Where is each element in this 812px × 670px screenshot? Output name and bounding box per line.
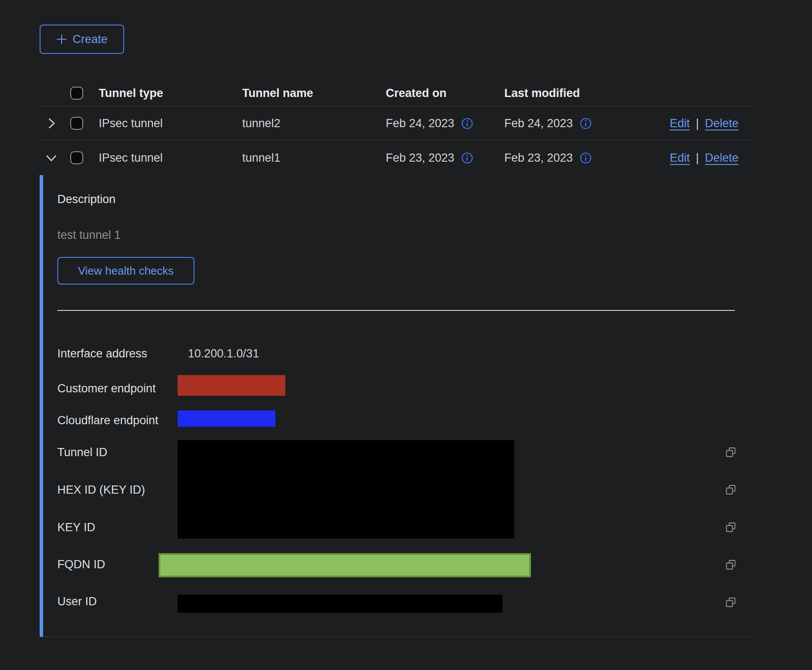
info-icon[interactable] — [461, 152, 473, 164]
modified-date: Feb 23, 2023 — [504, 151, 573, 165]
copy-icon — [725, 596, 737, 608]
edit-link[interactable]: Edit — [670, 117, 690, 130]
tunnel-name-cell: tunnel1 — [242, 151, 281, 165]
copy-tunnel-id-button[interactable] — [725, 446, 737, 458]
hex-id-label: HEX ID (KEY ID) — [57, 482, 145, 497]
plus-icon — [56, 34, 67, 45]
row-checkbox[interactable] — [70, 151, 83, 164]
info-icon[interactable] — [461, 117, 473, 129]
tunnel-hex-key-id-redacted-values — [178, 440, 514, 539]
created-on-cell: Feb 23, 2023 — [386, 151, 473, 165]
created-date: Feb 23, 2023 — [386, 151, 454, 165]
select-all-checkbox[interactable] — [70, 87, 83, 100]
tunnel-name-cell: tunnel2 — [242, 117, 281, 130]
copy-key-id-button[interactable] — [725, 521, 737, 533]
tunnel-id-label: Tunnel ID — [57, 445, 107, 460]
expanded-row-accent-bar — [40, 175, 43, 637]
copy-icon — [725, 559, 737, 571]
table-header: Tunnel type Tunnel name Created on Last … — [40, 80, 753, 106]
copy-icon — [725, 484, 737, 496]
cloudflare-endpoint-redacted-value — [178, 410, 275, 427]
tunnel-type-cell: IPsec tunnel — [99, 151, 163, 165]
copy-user-id-button[interactable] — [725, 596, 737, 608]
description-value: test tunnel 1 — [57, 228, 121, 242]
copy-icon — [725, 521, 737, 533]
header-tunnel-type: Tunnel type — [99, 87, 163, 100]
create-button[interactable]: Create — [40, 25, 124, 54]
actions-separator: | — [696, 151, 699, 165]
tunnel-type-cell: IPsec tunnel — [99, 117, 163, 130]
last-modified-cell: Feb 24, 2023 — [504, 117, 592, 130]
detail-section-divider — [57, 310, 735, 311]
info-icon[interactable] — [580, 117, 592, 129]
expand-chevron-right-icon[interactable] — [44, 116, 59, 131]
copy-hex-id-button[interactable] — [725, 484, 737, 496]
view-health-checks-button[interactable]: View health checks — [57, 257, 194, 285]
user-id-redacted-value — [178, 595, 503, 613]
copy-fqdn-id-button[interactable] — [725, 559, 737, 571]
delete-link[interactable]: Delete — [705, 117, 739, 130]
collapse-chevron-down-icon[interactable] — [44, 150, 59, 165]
last-modified-cell: Feb 23, 2023 — [504, 151, 592, 165]
key-id-label: KEY ID — [57, 520, 95, 535]
header-last-modified: Last modified — [504, 87, 580, 100]
created-date: Feb 24, 2023 — [386, 117, 454, 130]
cloudflare-endpoint-label: Cloudflare endpoint — [57, 413, 158, 428]
create-button-label: Create — [72, 33, 107, 46]
expanded-row-bottom-divider — [40, 637, 753, 637]
header-created-on: Created on — [386, 87, 447, 100]
copy-icon — [725, 446, 737, 458]
header-tunnel-name: Tunnel name — [242, 87, 313, 100]
interface-address-value: 10.200.1.0/31 — [188, 346, 259, 361]
row-actions: Edit | Delete — [670, 117, 739, 130]
description-label: Description — [57, 192, 116, 207]
created-on-cell: Feb 24, 2023 — [386, 117, 473, 130]
info-icon[interactable] — [580, 152, 592, 164]
edit-link[interactable]: Edit — [670, 151, 690, 165]
delete-link[interactable]: Delete — [705, 151, 739, 165]
modified-date: Feb 24, 2023 — [504, 117, 573, 130]
view-health-checks-label: View health checks — [78, 264, 174, 278]
interface-address-label: Interface address — [57, 346, 147, 361]
table-row-tunnel2: IPsec tunnel tunnel2 Feb 24, 2023 Feb 24… — [40, 106, 753, 140]
fqdn-id-label: FQDN ID — [57, 557, 105, 572]
fqdn-id-redacted-value — [159, 553, 531, 577]
customer-endpoint-redacted-value — [178, 375, 285, 396]
user-id-label: User ID — [57, 594, 97, 609]
row-actions: Edit | Delete — [670, 151, 739, 165]
row-checkbox[interactable] — [70, 117, 83, 130]
customer-endpoint-label: Customer endpoint — [57, 381, 156, 396]
table-row-tunnel1: IPsec tunnel tunnel1 Feb 23, 2023 Feb 23… — [40, 141, 753, 175]
actions-separator: | — [696, 117, 699, 130]
